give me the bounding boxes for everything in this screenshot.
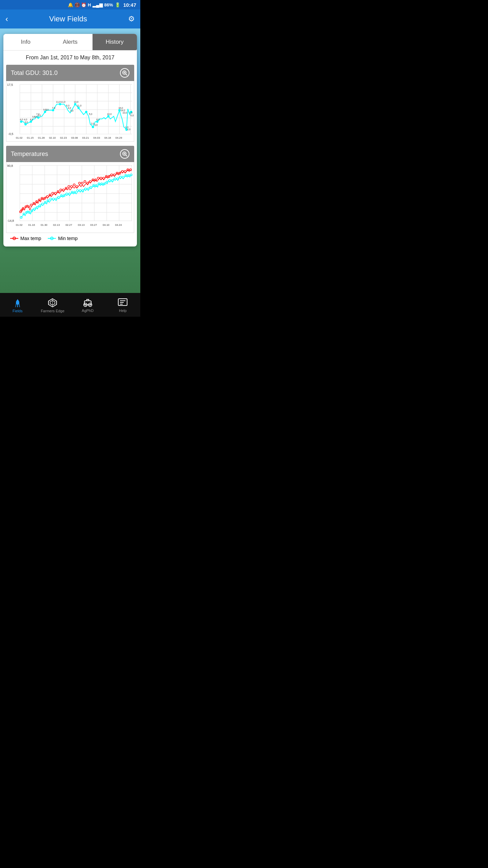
svg-text:4,0: 4,0 xyxy=(20,118,23,121)
svg-text:5,0: 5,0 xyxy=(89,113,92,115)
svg-text:01.30: 01.30 xyxy=(41,223,47,226)
max-temp-line xyxy=(21,170,131,212)
agphd-icon xyxy=(82,298,94,308)
svg-text:04.24: 04.24 xyxy=(115,223,122,226)
svg-point-172 xyxy=(66,193,68,195)
svg-point-151 xyxy=(121,171,123,173)
svg-point-125 xyxy=(52,192,54,194)
svg-text:02.13: 02.13 xyxy=(53,223,60,226)
min-temp-line xyxy=(21,175,131,218)
svg-text:-0,5: -0,5 xyxy=(8,132,13,136)
svg-text:13,0: 13,0 xyxy=(74,101,79,103)
svg-point-46 xyxy=(107,115,109,117)
svg-point-139 xyxy=(89,181,91,183)
svg-point-40 xyxy=(59,103,61,105)
farmers-edge-icon xyxy=(47,298,58,308)
min-temp-legend-item: Min temp xyxy=(48,236,78,241)
date-range: From Jan 1st, 2017 to May 8th, 2017 xyxy=(3,51,137,63)
gdu-zoom-button[interactable] xyxy=(120,68,129,78)
svg-text:11,0: 11,0 xyxy=(56,101,61,103)
svg-point-208 xyxy=(89,304,91,305)
svg-text:01.02: 01.02 xyxy=(16,223,23,226)
svg-point-129 xyxy=(62,189,64,191)
max-temp-label: Max temp xyxy=(20,236,41,241)
svg-line-1 xyxy=(126,74,127,75)
svg-point-152 xyxy=(124,171,126,173)
svg-text:01.28: 01.28 xyxy=(38,136,45,139)
temp-chart-section: Temperatures xyxy=(3,144,137,246)
svg-line-81 xyxy=(126,155,127,156)
settings-button[interactable]: ⚙ xyxy=(128,15,135,23)
svg-point-179 xyxy=(85,188,87,190)
svg-point-42 xyxy=(78,107,80,109)
svg-point-35 xyxy=(24,123,26,125)
svg-text:17,5: 17,5 xyxy=(7,83,13,86)
gdu-chart-section: Total GDU: 301.0 xyxy=(3,63,137,144)
svg-point-177 xyxy=(79,190,81,192)
nav-label-agphd: AgPhD xyxy=(82,309,94,313)
tab-info[interactable]: Info xyxy=(3,34,48,50)
svg-text:01.15: 01.15 xyxy=(27,136,34,139)
svg-point-41 xyxy=(74,103,76,105)
page-title: View Fields xyxy=(49,15,87,23)
svg-text:02.10: 02.10 xyxy=(49,136,56,139)
bottom-nav: Fields Farmers Edge AgPhD Help xyxy=(0,293,140,317)
svg-point-207 xyxy=(85,304,86,305)
svg-point-142 xyxy=(97,177,99,179)
tab-alerts[interactable]: Alerts xyxy=(48,34,92,50)
svg-text:10,0: 10,0 xyxy=(107,113,112,115)
svg-point-43 xyxy=(85,111,87,113)
svg-point-34 xyxy=(20,121,22,123)
svg-text:5,0: 5,0 xyxy=(34,116,38,118)
min-temp-label: Min temp xyxy=(58,236,78,241)
svg-text:6,0: 6,0 xyxy=(130,114,134,117)
gdu-chart-header: Total GDU: 301.0 xyxy=(6,65,134,81)
nav-item-help[interactable]: Help xyxy=(105,298,141,313)
svg-point-193 xyxy=(122,176,124,178)
svg-text:8,0: 8,0 xyxy=(96,118,100,121)
svg-point-163 xyxy=(42,203,44,205)
svg-text:02.27: 02.27 xyxy=(65,223,72,226)
tab-bar: Info Alerts History xyxy=(3,34,137,51)
svg-text:01.16: 01.16 xyxy=(28,223,35,226)
svg-point-155 xyxy=(20,216,22,218)
tab-history[interactable]: History xyxy=(93,34,137,50)
svg-text:04.16: 04.16 xyxy=(104,136,111,139)
svg-point-190 xyxy=(114,178,116,180)
svg-point-37 xyxy=(37,117,39,119)
nav-item-farmers-edge[interactable]: Farmers Edge xyxy=(35,298,70,313)
svg-point-128 xyxy=(60,189,62,191)
svg-text:2,0: 2,0 xyxy=(91,122,94,125)
svg-point-188 xyxy=(109,180,111,182)
svg-text:04.03: 04.03 xyxy=(93,136,100,139)
svg-text:11,0: 11,0 xyxy=(77,104,82,107)
signal-icon: ▂▄▆ xyxy=(93,2,102,7)
svg-text:3,0: 3,0 xyxy=(94,124,98,126)
svg-text:3,0: 3,0 xyxy=(70,110,74,112)
header: ‹ View Fields ⚙ xyxy=(0,9,140,28)
svg-text:7,0: 7,0 xyxy=(52,107,56,109)
nav-label-fields: Fields xyxy=(13,309,22,313)
back-button[interactable]: ‹ xyxy=(5,14,8,24)
svg-text:6,0: 6,0 xyxy=(38,114,41,117)
nav-item-agphd[interactable]: AgPhD xyxy=(70,298,105,313)
svg-text:7,0: 7,0 xyxy=(45,108,49,111)
nav-label-farmers-edge: Farmers Edge xyxy=(41,309,64,313)
svg-text:3,0: 3,0 xyxy=(24,121,28,123)
gdu-chart-svg: 17,5 -0,5 01.02 01.15 01.28 02.10 02.23 … xyxy=(6,81,134,141)
svg-text:4,0: 4,0 xyxy=(68,107,71,109)
svg-point-117 xyxy=(30,204,32,206)
svg-point-143 xyxy=(100,177,102,179)
svg-text:90,8: 90,8 xyxy=(7,164,13,167)
svg-text:01.02: 01.02 xyxy=(16,136,23,139)
battery-level: 86% xyxy=(104,2,113,7)
clock: 10:47 xyxy=(123,2,136,8)
temp-zoom-button[interactable] xyxy=(120,149,129,159)
temp-legend: Max temp Min temp xyxy=(6,233,134,244)
nav-item-fields[interactable]: Fields xyxy=(0,298,35,313)
svg-point-126 xyxy=(54,192,56,194)
svg-point-176 xyxy=(77,190,79,192)
svg-point-36 xyxy=(30,121,32,123)
svg-text:4,0: 4,0 xyxy=(24,118,27,121)
svg-text:02.23: 02.23 xyxy=(60,136,67,139)
